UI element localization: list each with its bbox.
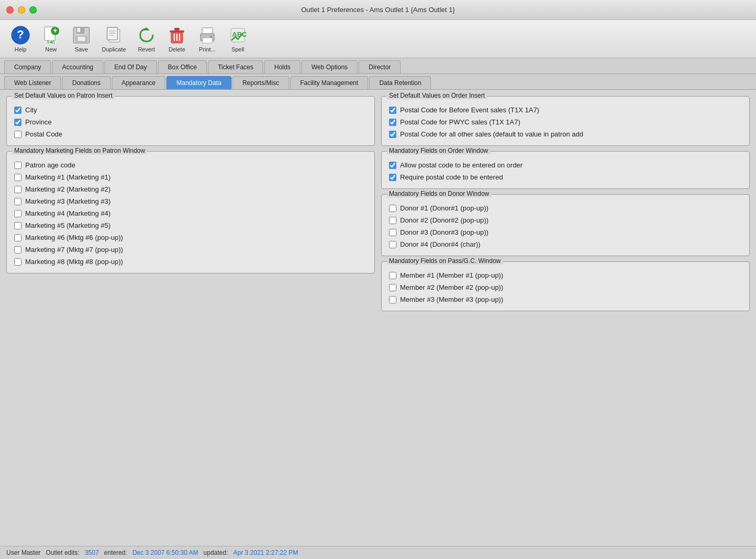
member3-checkbox[interactable]	[389, 296, 396, 303]
maximize-button[interactable]	[29, 6, 37, 14]
save-button[interactable]: Save	[67, 23, 96, 55]
delete-button[interactable]: Delete	[163, 23, 191, 55]
svg-rect-11	[78, 37, 85, 41]
new-button[interactable]: NEW + New	[37, 23, 65, 55]
marketing-fields-group: Mandatory Marketing Fields on Patron Win…	[6, 151, 375, 273]
duplicate-button[interactable]: Duplicate	[98, 23, 130, 55]
svg-rect-13	[107, 27, 118, 40]
spell-icon: ABC	[228, 25, 248, 45]
donor4-checkbox[interactable]	[389, 241, 396, 248]
svg-rect-20	[174, 28, 180, 30]
order-defaults-group: Set Default Values on Order Insert Posta…	[381, 96, 750, 146]
marketing4-row: Marketing #4 (Marketing #4)	[14, 209, 367, 217]
patron-age-checkbox[interactable]	[14, 162, 22, 169]
marketing6-checkbox[interactable]	[14, 234, 22, 241]
toolbar: ? Help NEW + New Save	[0, 20, 756, 58]
spell-label: Spell	[232, 46, 244, 52]
tab-web-listener[interactable]: Web Listener	[4, 76, 61, 89]
marketing8-checkbox[interactable]	[14, 258, 22, 266]
patron-defaults-group: Set Default Values on Patron Insert City…	[6, 96, 375, 146]
tab-end-of-day[interactable]: End Of Day	[104, 60, 157, 73]
member2-checkbox[interactable]	[389, 284, 396, 291]
revert-button[interactable]: Revert	[132, 23, 161, 55]
member1-row: Member #1 (Member #1 (pop-up))	[389, 271, 742, 279]
left-column: Set Default Values on Patron Insert City…	[6, 96, 375, 540]
print-button[interactable]: Print...	[193, 23, 222, 55]
tab-data-retention[interactable]: Data Retention	[369, 76, 431, 89]
tab-director[interactable]: Director	[359, 60, 401, 73]
main-content: Set Default Values on Patron Insert City…	[0, 90, 756, 546]
updated-label: updated:	[204, 549, 228, 556]
city-checkbox[interactable]	[14, 107, 22, 114]
postal-code-patron-label: Postal Code	[25, 130, 62, 138]
province-label: Province	[25, 118, 52, 126]
marketing1-label: Marketing #1 (Marketing #1)	[25, 173, 111, 181]
member3-row: Member #3 (Member #3 (pop-up))	[389, 296, 742, 303]
donor3-checkbox[interactable]	[389, 229, 396, 236]
donor-fields-title: Mandatory Fields on Donor Window	[387, 190, 491, 197]
patron-age-label: Patron age code	[25, 161, 75, 169]
member1-checkbox[interactable]	[389, 272, 396, 279]
pass-fields-title: Mandatory Fields on Pass/G.C. Window	[387, 257, 503, 265]
other-sales-label: Postal Code for all other sales (default…	[400, 130, 583, 138]
tab-donations[interactable]: Donations	[62, 76, 110, 89]
marketing5-checkbox[interactable]	[14, 222, 22, 229]
order-defaults-title: Set Default Values on Order Insert	[387, 92, 487, 99]
duplicate-icon	[104, 25, 124, 45]
tab-mandatory-data[interactable]: Mandatory Data	[166, 76, 231, 89]
tab-reports-misc[interactable]: Reports/Misc	[233, 76, 289, 89]
tab-web-options[interactable]: Web Options	[301, 60, 358, 73]
require-postal-checkbox[interactable]	[389, 174, 396, 181]
marketing2-label: Marketing #2 (Marketing #2)	[25, 185, 111, 193]
before-event-checkbox[interactable]	[389, 107, 396, 114]
marketing7-checkbox[interactable]	[14, 246, 22, 254]
marketing3-checkbox[interactable]	[14, 198, 22, 205]
tab-appearance[interactable]: Appearance	[112, 76, 166, 89]
close-button[interactable]	[6, 6, 14, 14]
allow-postal-checkbox[interactable]	[389, 162, 396, 169]
marketing-fields-title: Mandatory Marketing Fields on Patron Win…	[12, 147, 147, 154]
require-postal-row: Require postal code to be entered	[389, 173, 742, 181]
marketing2-checkbox[interactable]	[14, 186, 22, 193]
allow-postal-row: Allow postal code to be entered on order	[389, 161, 742, 169]
pwyc-checkbox[interactable]	[389, 119, 396, 126]
patron-defaults-title: Set Default Values on Patron Insert	[12, 92, 114, 99]
donor1-checkbox[interactable]	[389, 205, 396, 212]
city-row: City	[14, 106, 367, 114]
revert-icon	[136, 25, 156, 45]
minimize-button[interactable]	[18, 6, 25, 14]
marketing2-row: Marketing #2 (Marketing #2)	[14, 185, 367, 193]
spell-button[interactable]: ABC Spell	[224, 23, 252, 55]
svg-rect-19	[170, 30, 184, 33]
marketing1-checkbox[interactable]	[14, 174, 22, 181]
require-postal-label: Require postal code to be entered	[400, 173, 503, 181]
province-checkbox[interactable]	[14, 119, 22, 126]
revert-label: Revert	[138, 46, 155, 52]
member1-label: Member #1 (Member #1 (pop-up))	[400, 271, 503, 279]
right-column: Set Default Values on Order Insert Posta…	[381, 96, 750, 540]
help-button[interactable]: ? Help	[6, 23, 35, 55]
postal-code-patron-checkbox[interactable]	[14, 131, 22, 138]
svg-rect-26	[203, 38, 212, 43]
marketing7-label: Marketing #7 (Mktg #7 (pop-up))	[25, 246, 123, 254]
donor-fields-group: Mandatory Fields on Donor Window Donor #…	[381, 194, 750, 256]
marketing5-label: Marketing #5 (Marketing #5)	[25, 222, 111, 229]
help-label: Help	[15, 46, 27, 52]
other-sales-checkbox[interactable]	[389, 131, 396, 138]
tab-facility-management[interactable]: Facility Management	[290, 76, 369, 89]
marketing4-checkbox[interactable]	[14, 210, 22, 217]
window-controls[interactable]	[6, 6, 37, 14]
print-icon	[197, 25, 217, 45]
other-sales-row: Postal Code for all other sales (default…	[389, 130, 742, 138]
tab-ticket-faces[interactable]: Ticket Faces	[208, 60, 264, 73]
tab-holds[interactable]: Holds	[264, 60, 300, 73]
donor2-checkbox[interactable]	[389, 217, 396, 224]
marketing3-row: Marketing #3 (Marketing #3)	[14, 197, 367, 205]
tab-company[interactable]: Company	[4, 60, 51, 73]
entered-label: entered:	[104, 549, 127, 556]
tab-accounting[interactable]: Accounting	[52, 60, 103, 73]
outlet-edits-value: 3507	[85, 549, 99, 556]
tab-box-office[interactable]: Box Office	[158, 60, 207, 73]
city-label: City	[25, 106, 37, 114]
tabs-row-1: Company Accounting End Of Day Box Office…	[0, 58, 756, 74]
